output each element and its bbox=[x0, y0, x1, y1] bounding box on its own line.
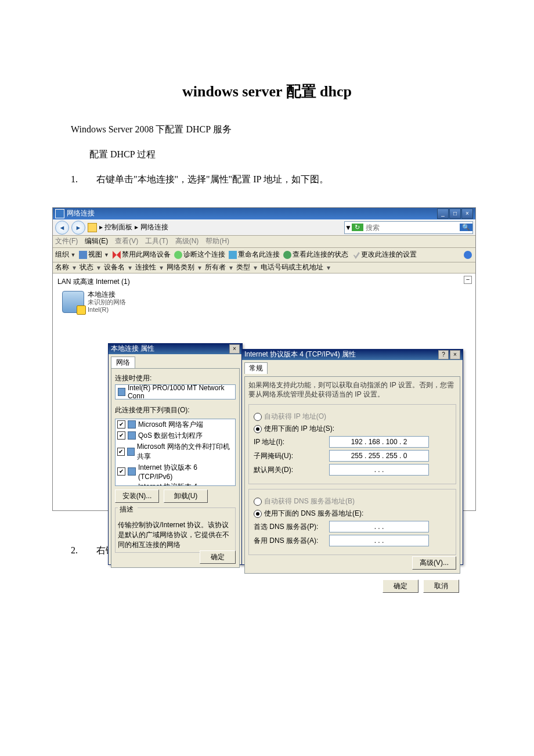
component-icon bbox=[128, 467, 136, 476]
close-button[interactable]: × bbox=[461, 208, 473, 219]
install-button[interactable]: 安装(N)... bbox=[115, 489, 159, 503]
subnet-input[interactable]: 255 . 255 . 255 . 0 bbox=[329, 450, 429, 462]
description-label: 描述 bbox=[118, 505, 138, 514]
checkbox-icon[interactable] bbox=[117, 467, 125, 476]
ip-tab-general[interactable]: 常规 bbox=[244, 362, 268, 374]
forward-button[interactable]: ► bbox=[71, 221, 85, 235]
search-box[interactable]: ▼ ↻ 🔍 bbox=[344, 221, 473, 234]
col-type[interactable]: 类型 bbox=[236, 262, 250, 272]
advanced-button[interactable]: 高级(V)... bbox=[412, 556, 456, 570]
rename-icon bbox=[229, 251, 237, 259]
search-input[interactable] bbox=[363, 224, 460, 232]
gateway-label: 默认网关(D): bbox=[254, 465, 329, 475]
help-icon[interactable] bbox=[464, 251, 472, 259]
props-titlebar: 本地连接 属性 × bbox=[109, 344, 242, 354]
menu-file[interactable]: 文件(F) bbox=[55, 236, 78, 246]
radio-auto-dns[interactable] bbox=[254, 498, 262, 506]
address-bar: ◄ ► ▸ 控制面板 ▸ 网络连接 ▼ ↻ 🔍 bbox=[53, 219, 475, 236]
checkbox-icon[interactable] bbox=[117, 448, 125, 456]
menu-tools[interactable]: 工具(T) bbox=[145, 236, 168, 246]
checkbox-icon[interactable] bbox=[117, 431, 125, 440]
ip-close-button[interactable]: × bbox=[450, 350, 460, 359]
radio-auto-ip[interactable] bbox=[254, 413, 262, 421]
col-phone[interactable]: 电话号码或主机地址 bbox=[261, 262, 323, 272]
nc-window-icon bbox=[55, 209, 64, 218]
refresh-icon[interactable]: ↻ bbox=[352, 224, 363, 231]
tb-views[interactable]: 视图 bbox=[79, 250, 109, 260]
breadcrumb[interactable]: ▸ 控制面板 ▸ 网络连接 bbox=[88, 222, 168, 232]
ip-cancel-button[interactable]: 取消 bbox=[423, 579, 459, 593]
network-adapter-icon bbox=[62, 291, 84, 313]
menu-edit[interactable]: 编辑(E) bbox=[85, 236, 108, 246]
tcpip-dialog: Internet 协议版本 4 (TCP/IPv4) 属性 ? × 常规 如果网… bbox=[241, 349, 463, 565]
nc-titlebar: 网络连接 _ □ × bbox=[53, 208, 475, 219]
component-icon bbox=[127, 448, 135, 456]
gateway-input[interactable]: . . . bbox=[329, 464, 429, 476]
ip-address-label: IP 地址(I): bbox=[254, 437, 329, 447]
col-netkind[interactable]: 网络类别 bbox=[167, 262, 194, 272]
nc-title-text: 网络连接 bbox=[67, 208, 95, 218]
x-icon bbox=[113, 251, 121, 259]
conn-name: 本地连接 bbox=[88, 290, 126, 298]
checkbox-icon[interactable] bbox=[117, 420, 125, 429]
col-name[interactable]: 名称 bbox=[55, 262, 69, 272]
tb-rename[interactable]: 重命名此连接 bbox=[229, 250, 280, 260]
menubar: 文件(F) 编辑(E) 查看(V) 工具(T) 高级(N) 帮助(H) bbox=[53, 236, 475, 248]
collapse-group-icon[interactable]: − bbox=[464, 276, 472, 284]
list-area: X.C LAN 或高速 Internet (1) − 本地连接 未识别的网络 I… bbox=[53, 273, 475, 510]
menu-help[interactable]: 帮助(H) bbox=[205, 236, 229, 246]
folder-icon bbox=[88, 223, 97, 232]
component-icon bbox=[128, 431, 136, 440]
adapter-field[interactable]: Intel(R) PRO/1000 MT Network Conn bbox=[115, 384, 236, 399]
subnet-label: 子网掩码(U): bbox=[254, 451, 329, 461]
ip-ok-button[interactable]: 确定 bbox=[383, 579, 418, 593]
check-icon bbox=[352, 251, 360, 259]
components-list[interactable]: Microsoft 网络客户端 QoS 数据包计划程序 Microsoft 网络… bbox=[115, 419, 236, 486]
tb-disable[interactable]: 禁用此网络设备 bbox=[113, 250, 171, 260]
col-conn[interactable]: 连接性 bbox=[135, 262, 156, 272]
ip-address-input[interactable]: 192 . 168 . 100 . 2 bbox=[329, 436, 429, 448]
doc-step1: 1. 右键单击"本地连接"，选择"属性"配置 IP 地址，如下图。 bbox=[71, 169, 482, 189]
dns2-label: 备用 DNS 服务器(A): bbox=[254, 536, 329, 546]
properties-dialog: 本地连接 属性 × 网络 连接时使用: Intel(R) PRO/1000 MT… bbox=[108, 343, 243, 565]
connection-item[interactable]: 本地连接 未识别的网络 Intel(R) bbox=[62, 290, 472, 314]
radio-use-ip[interactable] bbox=[254, 425, 262, 433]
dns1-input[interactable]: . . . bbox=[329, 521, 429, 532]
back-button[interactable]: ◄ bbox=[55, 221, 69, 235]
doc-line1: Windows Server 2008 下配置 DHCP 服务 bbox=[52, 119, 482, 139]
menu-adv[interactable]: 高级(N) bbox=[175, 236, 199, 246]
tb-change[interactable]: 更改此连接的设置 bbox=[352, 250, 417, 260]
props-ok-button[interactable]: 确定 bbox=[200, 550, 236, 564]
diagnose-icon bbox=[174, 251, 182, 259]
items-label: 此连接使用下列项目(O): bbox=[115, 405, 236, 415]
description-group: 描述 传输控制协议/Internet 协议。该协议是默认的广域网络协议，它提供在… bbox=[115, 507, 236, 553]
status-icon bbox=[283, 251, 291, 259]
screenshot-figure: 网络连接 _ □ × ◄ ► ▸ 控制面板 ▸ 网络连接 ▼ ↻ bbox=[52, 207, 476, 511]
connect-using-label: 连接时使用: bbox=[115, 373, 236, 383]
network-connections-window: 网络连接 _ □ × ◄ ► ▸ 控制面板 ▸ 网络连接 ▼ ↻ bbox=[52, 207, 476, 511]
component-icon bbox=[128, 420, 136, 429]
props-tab-network[interactable]: 网络 bbox=[111, 357, 135, 368]
col-state[interactable]: 状态 bbox=[80, 262, 93, 272]
group-header[interactable]: LAN 或高速 Internet (1) bbox=[56, 276, 472, 288]
conn-state: 未识别的网络 bbox=[88, 298, 126, 306]
toolbar: 组织 视图 禁用此网络设备 诊断这个连接 重命名此连接 查看此连接的状态 更改此… bbox=[53, 248, 475, 262]
page-title: windows server 配置 dhcp bbox=[52, 81, 482, 102]
views-icon bbox=[79, 251, 87, 259]
radio-use-dns[interactable] bbox=[254, 510, 262, 518]
tb-status[interactable]: 查看此连接的状态 bbox=[283, 250, 348, 260]
dns2-input[interactable]: . . . bbox=[329, 535, 429, 546]
ip-panel: 如果网络支持此功能，则可以获取自动指派的 IP 设置。否则，您需要从网络系统管理… bbox=[244, 376, 460, 574]
ip-titlebar: Internet 协议版本 4 (TCP/IPv4) 属性 ? × bbox=[242, 350, 463, 360]
ip-help-button[interactable]: ? bbox=[438, 350, 449, 359]
minimize-button[interactable]: _ bbox=[437, 208, 449, 219]
uninstall-button[interactable]: 卸载(U) bbox=[164, 489, 208, 503]
props-close-button[interactable]: × bbox=[229, 344, 240, 354]
col-owner[interactable]: 所有者 bbox=[205, 262, 226, 272]
search-go-icon[interactable]: 🔍 bbox=[460, 224, 472, 231]
tb-organize[interactable]: 组织 bbox=[55, 250, 75, 260]
col-device[interactable]: 设备名 bbox=[104, 262, 125, 272]
tb-diagnose[interactable]: 诊断这个连接 bbox=[174, 250, 225, 260]
maximize-button[interactable]: □ bbox=[449, 208, 461, 219]
menu-view[interactable]: 查看(V) bbox=[115, 236, 138, 246]
